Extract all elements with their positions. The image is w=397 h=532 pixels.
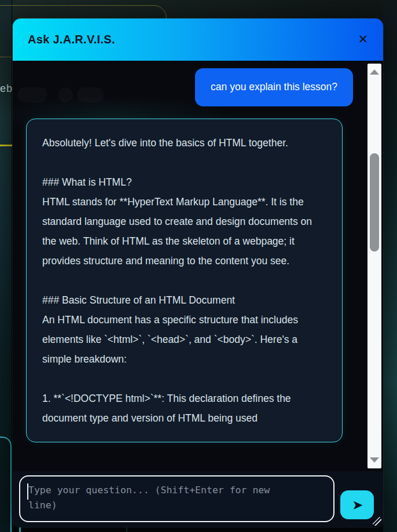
background-yellow-divider	[0, 145, 12, 146]
resize-handle-icon[interactable]	[373, 517, 381, 526]
background-page-right-edge	[383, 0, 397, 532]
close-icon: ✕	[358, 32, 368, 46]
background-ghost-pill	[77, 87, 104, 102]
modal-header: Ask J.A.R.V.I.S. ✕	[13, 19, 383, 61]
close-button[interactable]: ✕	[358, 34, 368, 46]
background-ghost-pill	[58, 87, 73, 102]
background-faint-line	[126, 527, 127, 532]
send-button[interactable]: ➤	[340, 490, 374, 519]
background-page-bottom-edge	[12, 527, 383, 532]
background-partial-text: eb	[0, 83, 13, 95]
question-input[interactable]	[19, 475, 334, 522]
modal-title: Ask J.A.R.V.I.S.	[28, 33, 115, 46]
chat-scrollbar[interactable]	[367, 64, 381, 468]
ask-jarvis-modal: Ask J.A.R.V.I.S. ✕ can you explain this …	[13, 19, 383, 527]
composer-bar: ➤	[13, 471, 383, 527]
scroll-up-icon[interactable]	[370, 69, 379, 75]
scroll-down-icon[interactable]	[370, 457, 379, 463]
background-cyan-tick	[19, 527, 21, 532]
scrollbar-thumb[interactable]	[370, 153, 379, 252]
send-icon: ➤	[352, 498, 363, 512]
assistant-message-bubble: Absolutely! Let's dive into the basics o…	[26, 119, 343, 442]
user-message-bubble: can you explain this lesson?	[195, 68, 353, 106]
background-ghost-pill	[17, 87, 47, 102]
chat-message-area: can you explain this lesson? Absolutely!…	[13, 61, 383, 471]
background-card-border	[0, 437, 12, 532]
background-page-left-edge: eb	[0, 0, 12, 532]
